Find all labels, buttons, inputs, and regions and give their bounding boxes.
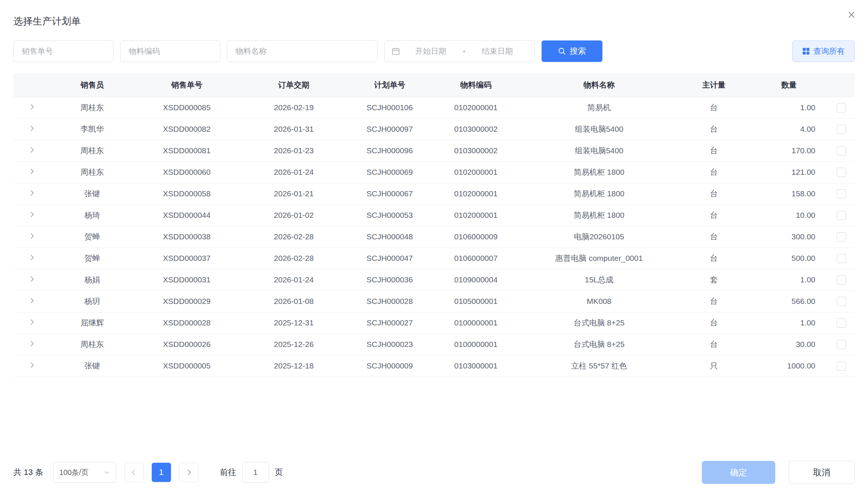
chevron-down-icon (104, 469, 110, 475)
expand-chevron-icon[interactable] (29, 340, 35, 347)
expand-chevron-icon[interactable] (29, 319, 35, 325)
cell-delivery-date: 2025-12-18 (240, 355, 348, 377)
row-checkbox[interactable] (837, 189, 846, 199)
row-checkbox[interactable] (837, 254, 846, 263)
cell-material-code: 0106000009 (431, 226, 520, 248)
expand-cell[interactable] (13, 140, 50, 161)
cell-material-code: 0109000004 (431, 269, 520, 291)
page-number-button[interactable]: 1 (152, 463, 171, 482)
pagination: 共 13 条 100条/页 1 前往 页 (13, 462, 283, 483)
cell-salesperson: 周桂东 (50, 140, 134, 161)
cell-qty: 158.00 (750, 183, 828, 204)
cell-plan-no: SCJH000027 (348, 312, 431, 334)
total-count-label: 共 13 条 (13, 467, 43, 478)
expand-cell[interactable] (13, 161, 50, 183)
cell-unit: 台 (678, 140, 750, 161)
expand-chevron-icon[interactable] (29, 147, 35, 153)
cell-material-code: 0102000001 (431, 97, 520, 118)
cell-plan-no: SCJH000047 (348, 248, 431, 269)
expand-chevron-icon[interactable] (29, 190, 35, 196)
row-checkbox[interactable] (837, 146, 846, 155)
cell-plan-no: SCJH000106 (348, 97, 431, 118)
expand-chevron-icon[interactable] (29, 233, 35, 239)
goto-page-input[interactable] (242, 462, 269, 483)
row-checkbox[interactable] (837, 125, 846, 134)
date-range-picker[interactable]: 开始日期 - 结束日期 (384, 40, 535, 62)
table-body: 周桂东XSDD0000852026-02-19SCJH0001060102000… (13, 97, 855, 377)
column-header: 物料名称 (520, 73, 678, 97)
cancel-button[interactable]: 取消 (789, 461, 855, 484)
expand-cell[interactable] (13, 334, 50, 355)
cell-qty: 10.00 (750, 204, 828, 226)
cell-delivery-date: 2026-01-21 (240, 183, 348, 204)
row-checkbox[interactable] (837, 232, 846, 242)
expand-chevron-icon[interactable] (29, 168, 35, 175)
expand-chevron-icon[interactable] (29, 362, 35, 368)
cell-salesperson: 贺蝉 (50, 226, 134, 248)
dialog-footer: 共 13 条 100条/页 1 前往 页 (13, 461, 855, 484)
expand-chevron-icon[interactable] (29, 297, 35, 304)
next-page-button[interactable] (179, 463, 198, 482)
row-checkbox[interactable] (837, 340, 846, 349)
sales-order-input[interactable] (13, 40, 114, 62)
expand-cell[interactable] (13, 248, 50, 269)
row-checkbox[interactable] (837, 318, 846, 328)
cell-delivery-date: 2025-12-26 (240, 334, 348, 355)
calendar-icon (391, 47, 400, 56)
cell-qty: 566.00 (750, 291, 828, 312)
expand-chevron-icon[interactable] (29, 254, 35, 261)
cell-sales-order: XSDD000028 (134, 312, 240, 334)
row-checkbox[interactable] (837, 211, 846, 220)
expand-cell[interactable] (13, 291, 50, 312)
row-checkbox[interactable] (837, 103, 846, 112)
expand-cell[interactable] (13, 312, 50, 334)
material-code-input[interactable] (120, 40, 220, 62)
expand-cell[interactable] (13, 97, 50, 118)
query-all-button[interactable]: 查询所有 (792, 40, 855, 62)
expand-column-header (13, 73, 50, 97)
expand-cell[interactable] (13, 355, 50, 377)
cell-sales-order: XSDD000038 (134, 226, 240, 248)
cell-plan-no: SCJH000053 (348, 204, 431, 226)
cell-material-name: 台式电脑 8+25 (520, 334, 678, 355)
page-size-select[interactable]: 100条/页 (53, 462, 116, 483)
expand-chevron-icon[interactable] (29, 125, 35, 132)
search-icon (558, 47, 566, 55)
table-row: 周桂东XSDD0000602026-01-24SCJH0000690102000… (13, 161, 855, 183)
material-name-input[interactable] (227, 40, 378, 62)
expand-chevron-icon[interactable] (29, 276, 35, 282)
row-checkbox[interactable] (837, 168, 846, 177)
search-button[interactable]: 搜索 (542, 40, 602, 62)
close-icon[interactable]: × (848, 8, 855, 22)
cell-material-code: 0103000002 (431, 118, 520, 140)
expand-cell[interactable] (13, 118, 50, 140)
cell-unit: 台 (678, 226, 750, 248)
expand-cell[interactable] (13, 204, 50, 226)
cell-unit: 台 (678, 312, 750, 334)
cell-salesperson: 张键 (50, 355, 134, 377)
row-checkbox[interactable] (837, 297, 846, 306)
expand-cell[interactable] (13, 226, 50, 248)
cell-delivery-date: 2026-01-23 (240, 140, 348, 161)
date-start-placeholder: 开始日期 (400, 46, 461, 56)
table-row: 周桂东XSDD0000262025-12-26SCJH0000230100000… (13, 334, 855, 355)
cell-material-name: 简易机柜 1800 (520, 204, 678, 226)
expand-cell[interactable] (13, 183, 50, 204)
cell-unit: 台 (678, 248, 750, 269)
expand-chevron-icon[interactable] (29, 104, 35, 110)
expand-cell[interactable] (13, 269, 50, 291)
row-checkbox[interactable] (837, 275, 846, 285)
confirm-button[interactable]: 确定 (702, 461, 775, 484)
cell-unit: 台 (678, 161, 750, 183)
prev-page-button[interactable] (124, 463, 144, 482)
cell-delivery-date: 2025-12-31 (240, 312, 348, 334)
cell-sales-order: XSDD000031 (134, 269, 240, 291)
table-row: 贺蝉XSDD0000382026-02-28SCJH00004801060000… (13, 226, 855, 248)
cell-delivery-date: 2026-01-24 (240, 161, 348, 183)
row-checkbox[interactable] (837, 361, 846, 371)
cell-salesperson: 周桂东 (50, 161, 134, 183)
expand-chevron-icon[interactable] (29, 211, 35, 218)
cell-salesperson: 周桂东 (50, 334, 134, 355)
cell-qty: 300.00 (750, 226, 828, 248)
goto-label: 前往 (220, 467, 236, 478)
